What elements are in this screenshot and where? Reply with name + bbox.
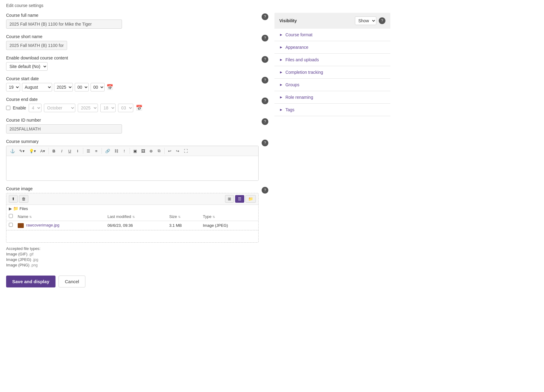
file-thumbnail	[18, 223, 24, 228]
tb-font-size-btn[interactable]: A▾	[38, 147, 47, 155]
tb-undo-btn[interactable]: ↩	[166, 147, 174, 155]
file-breadcrumb: ▶ 📁 Files	[6, 205, 258, 212]
accordion-tags: ► Tags	[274, 104, 390, 116]
course-short-name-help-icon[interactable]: ?	[262, 35, 268, 41]
bottom-buttons: Save and display Cancel	[6, 276, 268, 294]
file-folder-view-btn[interactable]: 📁	[245, 195, 256, 203]
course-start-date-help-icon[interactable]: ?	[262, 77, 268, 84]
end-min-select[interactable]: 0001020304 05	[118, 104, 133, 112]
tb-redo-btn[interactable]: ↪	[174, 147, 181, 155]
accordion-title-role-renaming[interactable]: Role renaming	[285, 95, 313, 100]
start-day-select[interactable]: 12345 678910 1112131415 1617181920 21222…	[6, 83, 20, 91]
course-summary-label: Course summary	[6, 139, 259, 144]
accordion-header-tags[interactable]: ► Tags	[274, 104, 390, 116]
page-title: Edit course settings	[6, 3, 538, 8]
accordion-header-completion-tracking[interactable]: ► Completion tracking	[274, 66, 390, 78]
course-summary-content[interactable]	[6, 156, 258, 180]
tb-ol-btn[interactable]: ≡	[93, 147, 100, 155]
tb-image-btn[interactable]: 🖼	[139, 147, 147, 155]
type-sort-icon[interactable]: ⇅	[213, 215, 215, 219]
accordion-title-course-format[interactable]: Course format	[285, 32, 313, 37]
accordion-title-appearance[interactable]: Appearance	[285, 45, 309, 50]
accordion-header-groups[interactable]: ► Groups	[274, 79, 390, 91]
chevron-right-icon: ►	[279, 45, 283, 49]
tb-italic-btn[interactable]: I	[58, 147, 66, 155]
tb-fullscreen-btn[interactable]: ⛶	[182, 147, 190, 155]
end-year-select[interactable]: 2023202420252026	[78, 104, 98, 112]
chevron-right-icon: ►	[279, 70, 283, 74]
accordion-title-files-and-uploads[interactable]: Files and uploads	[285, 57, 319, 62]
file-manager: ⬆ 🗑 ⊞ ☰ 📁 ▶ 📁 Files	[6, 193, 259, 243]
file-name-link[interactable]: rawcoverimage.jpg	[26, 223, 59, 227]
course-id-input[interactable]	[6, 124, 122, 134]
right-panel: Visibility Show Hide ? ► Course format ►	[274, 13, 390, 294]
tb-light-btn[interactable]: 💡▾	[27, 147, 38, 155]
tb-strikethrough-btn[interactable]: I	[74, 147, 81, 155]
accepted-types-section: Accepted file types: Image (GIF) .gif Im…	[6, 246, 259, 267]
accordion-header-role-renaming[interactable]: ► Role renaming	[274, 91, 390, 103]
save-and-display-button[interactable]: Save and display	[6, 276, 55, 287]
breadcrumb-arrow: ▶	[9, 206, 12, 211]
file-upload-btn[interactable]: ⬆	[9, 195, 18, 203]
tb-anchor-btn[interactable]: ⚓	[8, 147, 17, 155]
end-month-select[interactable]: JanuaryFebruaryMarchApril MayJuneJulyAug…	[44, 104, 75, 112]
cancel-button[interactable]: Cancel	[59, 276, 86, 287]
tb-pen-btn[interactable]: ✎▾	[17, 147, 27, 155]
tb-note-btn[interactable]: !	[121, 147, 128, 155]
file-select-all-checkbox[interactable]	[9, 214, 13, 218]
course-start-date-row: 12345 678910 1112131415 1617181920 21222…	[6, 83, 259, 91]
accordion-title-tags[interactable]: Tags	[285, 107, 295, 112]
start-hour-select[interactable]: 0001020304 0506070809 101112	[75, 83, 89, 91]
tb-underline-btn[interactable]: U	[66, 147, 73, 155]
file-list-view-btn[interactable]: ☰	[235, 195, 244, 203]
accepted-types-label: Accepted file types:	[6, 246, 259, 251]
file-grid-view-btn[interactable]: ⊞	[225, 195, 234, 203]
visibility-select[interactable]: Show Hide	[355, 16, 376, 25]
tb-media-btn[interactable]: ▣	[131, 147, 139, 155]
end-day-select[interactable]: 12345	[29, 104, 41, 112]
name-sort-icon[interactable]: ⇅	[29, 215, 32, 219]
course-full-name-input[interactable]	[6, 20, 122, 29]
end-hour-select[interactable]: 0001020304 0506070809 1011121314 1516171…	[100, 104, 116, 112]
file-delete-btn[interactable]: 🗑	[19, 195, 28, 203]
accordion-title-completion-tracking[interactable]: Completion tracking	[285, 70, 323, 75]
course-end-date-help-icon[interactable]: ?	[262, 98, 268, 104]
course-short-name-input[interactable]	[6, 41, 67, 50]
file-table: Name ⇅ Last modified ⇅ Size	[6, 212, 258, 230]
tb-bold-btn[interactable]: B	[50, 147, 58, 155]
tb-unlink-btn[interactable]: ⛓	[113, 147, 120, 155]
course-image-help-icon[interactable]: ?	[262, 187, 268, 194]
start-month-select[interactable]: JanuaryFebruaryMarchApril MayJuneJulyAug…	[22, 83, 52, 91]
course-id-help-icon[interactable]: ?	[262, 118, 268, 125]
tb-ul-btn[interactable]: ☰	[85, 147, 92, 155]
enable-download-select[interactable]: Site default (No) Yes No	[6, 62, 48, 71]
visibility-help-icon[interactable]: ?	[379, 17, 385, 24]
start-calendar-icon[interactable]: 📅	[106, 84, 113, 91]
accordion-header-course-format[interactable]: ► Course format	[274, 29, 390, 41]
file-row-checkbox[interactable]	[9, 223, 13, 227]
accordion-sections: ► Course format ► Appearance ► Files and…	[274, 29, 390, 116]
start-year-select[interactable]: 2023202420252026	[54, 83, 73, 91]
accordion-header-appearance[interactable]: ► Appearance	[274, 41, 390, 53]
tb-add-btn[interactable]: ⊕	[148, 147, 155, 155]
end-calendar-icon[interactable]: 📅	[136, 105, 142, 111]
tb-copy-btn[interactable]: ⧉	[156, 147, 163, 155]
file-type-cell: Image (JPEG)	[200, 221, 258, 230]
course-summary-help-icon[interactable]: ?	[262, 140, 268, 146]
accordion-role-renaming: ► Role renaming	[274, 91, 390, 104]
end-date-enable-checkbox[interactable]	[6, 106, 10, 110]
modified-sort-icon[interactable]: ⇅	[132, 215, 135, 219]
start-min-select[interactable]: 0005101520 2530354045 5055	[91, 83, 105, 91]
breadcrumb-label: Files	[20, 206, 28, 211]
table-row: rawcoverimage.jpg 06/6/23, 09:36 3.1 MB …	[6, 221, 258, 230]
course-full-name-help-icon[interactable]: ?	[262, 13, 268, 20]
col-type-header: Type ⇅	[200, 212, 258, 221]
size-sort-icon[interactable]: ⇅	[178, 215, 181, 219]
file-drop-zone[interactable]	[6, 230, 258, 242]
enable-download-help-icon[interactable]: ?	[262, 56, 268, 63]
tb-link-btn[interactable]: 🔗	[103, 147, 112, 155]
accordion-header-files-and-uploads[interactable]: ► Files and uploads	[274, 54, 390, 66]
visibility-bar: Visibility Show Hide ?	[274, 13, 390, 29]
accordion-title-groups[interactable]: Groups	[285, 82, 299, 87]
file-name-cell: rawcoverimage.jpg	[15, 221, 105, 230]
